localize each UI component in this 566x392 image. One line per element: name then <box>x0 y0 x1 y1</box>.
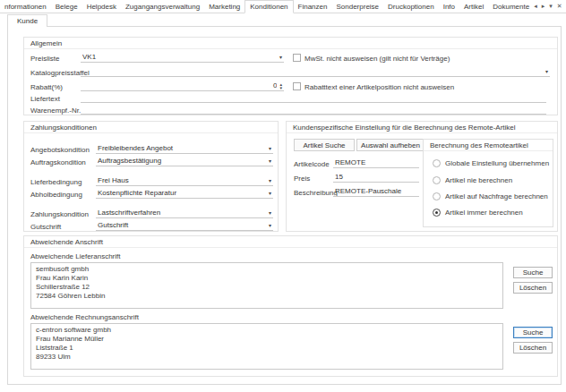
angebotskondition-select[interactable]: Freibleibendes Angebot ▾ <box>96 143 273 154</box>
gutschrift-label: Gutschrift <box>30 223 61 232</box>
warenempf-label: Warenempf.-Nr. <box>30 107 81 115</box>
spinner-down-icon[interactable]: ▾ <box>279 86 282 89</box>
tab-scroll-left-icon[interactable]: ◂ <box>534 3 537 10</box>
beschreibung-label: Beschreibung <box>294 189 338 198</box>
application-window: nformationen Belege Helpdesk Zugangangsv… <box>0 0 566 392</box>
abholbedingung-select[interactable]: Kostenpflichte Reparatur ▾ <box>96 188 273 199</box>
beschreibung-field[interactable]: REMOTE-Pauschale <box>333 186 419 197</box>
window-tab-bar: nformationen Belege Helpdesk Zugangangsv… <box>0 0 566 13</box>
rabatttext-checkbox-label: Rabatttext einer Artikelposition nicht a… <box>304 83 454 92</box>
radio-artikel-nie-berechnen-label: Artikel nie berechnen <box>445 176 512 184</box>
tab-konditionen[interactable]: Konditionen <box>244 0 293 13</box>
lieferanschrift-textarea[interactable]: sembusoft gmbh Frau Karin Karin Schiller… <box>30 262 503 309</box>
auftragskondition-select[interactable]: Auftragsbestätigung ▾ <box>96 156 273 166</box>
rabatt-stepper[interactable]: 0 ▴▾ <box>81 81 284 91</box>
kunde-panel: Allgemein Preisliste VK1 ▾ MwSt. nicht a… <box>7 26 562 385</box>
preisliste-select[interactable]: VK1 ▾ <box>81 52 284 63</box>
rabatttext-checkbox[interactable] <box>293 82 301 90</box>
preisliste-label: Preisliste <box>30 55 59 64</box>
group-remote-artikel-title: Kundenspezifische Einstellung für die Be… <box>287 122 557 133</box>
berechnung-remoteartikel-box: Berechnung des Remoteartikel Globale Ein… <box>423 139 553 227</box>
rabatt-spinner: ▴▾ <box>279 82 282 89</box>
tab-info[interactable]: Info <box>439 0 459 13</box>
preis-label: Preis <box>294 175 310 183</box>
lieferanschrift-suche-button[interactable]: Suche <box>513 267 553 278</box>
preis-field[interactable]: 15 <box>333 172 419 183</box>
chevron-down-icon: ▾ <box>269 145 271 151</box>
chevron-down-icon: ▾ <box>279 54 282 60</box>
rechnungsanschrift-textarea[interactable]: c-entron software gmbh Frau Marianne Mül… <box>30 323 503 370</box>
tab-artikel[interactable]: Artikel <box>459 0 488 13</box>
radio-artikel-nie-berechnen[interactable]: Artikel nie berechnen <box>433 176 512 184</box>
radio-artikel-auf-nachfrage-label: Artikel auf Nachfrage berechnen <box>445 192 548 200</box>
angebotskondition-label: Angebotskondition <box>30 146 90 155</box>
group-remote-artikel: Kundenspezifische Einstellung für die Be… <box>286 121 558 232</box>
subtab-kunde[interactable]: Kunde <box>7 14 47 27</box>
artikelcode-value: REMOTE <box>335 158 417 166</box>
radio-icon <box>433 159 441 167</box>
zahlungskondition-value: Lastschriftverfahren <box>98 209 267 217</box>
abholbedingung-value: Kostenpflichte Reparatur <box>98 189 267 197</box>
lieferbedingung-value: Frei Haus <box>98 176 267 184</box>
tab-nav-controls: ◂ ▸ ▾ ✕ <box>534 0 566 13</box>
warenempf-field[interactable] <box>81 104 546 115</box>
tab-list-icon[interactable]: ▾ <box>549 3 553 10</box>
zahlungskondition-select[interactable]: Lastschriftverfahren ▾ <box>96 208 273 218</box>
radio-globale-einstellung[interactable]: Globale Einstellung übernehmen <box>433 159 549 167</box>
berechnung-remoteartikel-title: Berechnung des Remoteartikel <box>424 140 553 151</box>
katalogpreisstaffel-select[interactable]: ▾ <box>81 66 550 77</box>
tab-marketing[interactable]: Marketing <box>204 0 244 13</box>
chevron-down-icon: ▾ <box>269 158 271 164</box>
auswahl-aufheben-button[interactable]: Auswahl aufheben <box>356 139 424 151</box>
radio-artikel-immer-berechnen[interactable]: Artikel immer berechnen <box>433 209 523 217</box>
rabatt-value: 0 <box>82 81 277 89</box>
group-allgemein: Allgemein Preisliste VK1 ▾ MwSt. nicht a… <box>23 37 558 115</box>
radio-artikel-auf-nachfrage[interactable]: Artikel auf Nachfrage berechnen <box>433 192 548 200</box>
auftragskondition-value: Auftragsbestätigung <box>98 157 267 165</box>
liefertext-label: Liefertext <box>30 95 60 104</box>
tab-druckoptionen[interactable]: Druckoptionen <box>383 0 439 13</box>
group-allgemein-title: Allgemein <box>24 38 557 49</box>
zahlungskondition-label: Zahlungskondition <box>30 210 89 219</box>
tab-finanzen[interactable]: Finanzen <box>294 0 332 13</box>
tab-scroll-right-icon[interactable]: ▸ <box>542 3 545 10</box>
lieferanschrift-loeschen-button[interactable]: Löschen <box>513 282 553 294</box>
rechnungsanschrift-loeschen-button[interactable]: Löschen <box>513 342 553 354</box>
gutschrift-value: Gutschrift <box>98 221 267 229</box>
lieferanschrift-label: Abweichende Lieferanschrift <box>30 252 121 261</box>
angebotskondition-value: Freibleibendes Angebot <box>98 144 267 152</box>
tab-dokumente[interactable]: Dokumente <box>488 0 534 13</box>
chevron-down-icon: ▾ <box>269 209 271 216</box>
artikelcode-field[interactable]: REMOTE <box>333 158 419 168</box>
radio-icon <box>433 176 441 184</box>
beschreibung-value: REMOTE-Pauschale <box>335 187 417 195</box>
group-abweichende-anschrift: Abweichende Anschrift Abweichende Liefer… <box>23 235 558 377</box>
tab-belege[interactable]: Belege <box>51 0 82 13</box>
chevron-down-icon: ▾ <box>269 222 271 228</box>
radio-icon <box>433 209 441 217</box>
artikel-suche-button[interactable]: Artikel Suche <box>294 139 355 151</box>
rabatt-label: Rabatt(%) <box>30 83 63 92</box>
liefertext-field[interactable] <box>81 92 546 103</box>
auftragskondition-label: Auftragskondition <box>30 158 86 167</box>
tab-zugangsverwaltung[interactable]: Zugangangsverwaltung <box>121 0 204 13</box>
gutschrift-select[interactable]: Gutschrift ▾ <box>96 220 273 231</box>
abholbedingung-label: Abholbedingung <box>30 191 82 200</box>
preisliste-value: VK1 <box>82 53 278 61</box>
radio-globale-einstellung-label: Globale Einstellung übernehmen <box>445 159 549 167</box>
group-zahlungskonditionen: Zahlungskonditionen Angebotskondition Fr… <box>23 121 279 232</box>
preis-value: 15 <box>335 173 417 181</box>
mwst-checkbox[interactable] <box>293 54 301 62</box>
tab-helpdesk[interactable]: Helpdesk <box>82 0 121 13</box>
tab-sonderpreise[interactable]: Sonderpreise <box>331 0 383 13</box>
lieferbedingung-select[interactable]: Frei Haus ▾ <box>96 175 273 186</box>
radio-icon <box>433 192 441 200</box>
tab-informationen[interactable]: nformationen <box>0 0 51 13</box>
tab-close-icon[interactable]: ✕ <box>557 3 562 10</box>
chevron-down-icon: ▾ <box>269 177 271 183</box>
group-zahlungskonditionen-title: Zahlungskonditionen <box>24 122 278 133</box>
rechnungsanschrift-suche-button[interactable]: Suche <box>513 327 553 338</box>
radio-artikel-immer-berechnen-label: Artikel immer berechnen <box>445 209 523 217</box>
artikelcode-label: Artikelcode <box>294 160 330 169</box>
chevron-down-icon: ▾ <box>545 68 548 74</box>
